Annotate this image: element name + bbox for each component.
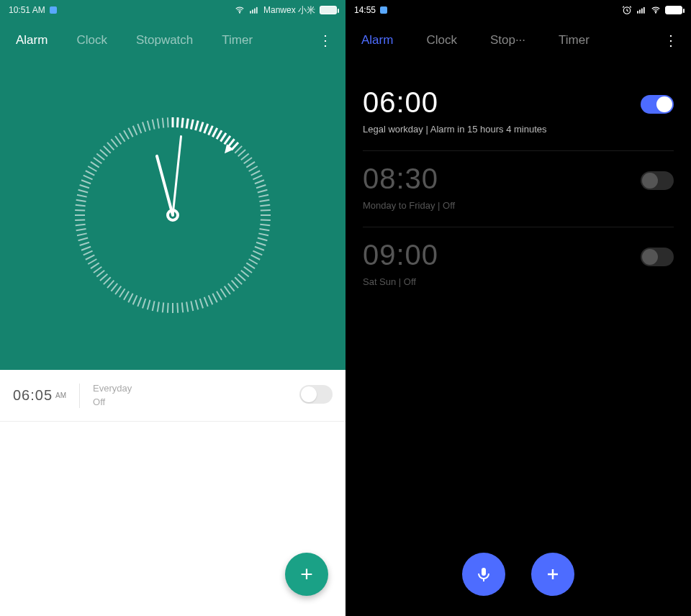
- svg-line-93: [96, 153, 104, 160]
- svg-line-124: [232, 142, 238, 150]
- more-icon[interactable]: ⋮: [315, 34, 335, 47]
- svg-line-119: [212, 128, 217, 137]
- svg-line-35: [235, 277, 242, 284]
- svg-line-54: [153, 301, 155, 311]
- svg-line-104: [143, 122, 145, 132]
- svg-line-58: [133, 295, 137, 304]
- svg-line-92: [94, 158, 101, 163]
- svg-line-102: [133, 126, 137, 135]
- add-alarm-button[interactable]: [531, 553, 574, 596]
- svg-line-33: [241, 271, 249, 277]
- alarm-toggle[interactable]: [641, 171, 674, 193]
- tab-stopwatch[interactable]: Stop···: [490, 33, 525, 47]
- svg-line-34: [238, 274, 245, 281]
- svg-line-32: [244, 267, 252, 273]
- alarm-toggle[interactable]: [641, 95, 674, 117]
- alarm-list: 06:00 Legal workday | Alarm in 15 hours …: [346, 60, 691, 616]
- battery-icon: [320, 6, 337, 14]
- tab-alarm[interactable]: Alarm: [361, 33, 393, 47]
- tab-clock[interactable]: Clock: [426, 33, 457, 47]
- alarm-time: 06:00: [363, 88, 641, 117]
- tab-alarm[interactable]: Alarm: [16, 33, 48, 47]
- tab-timer[interactable]: Timer: [559, 33, 590, 47]
- alarm-meta: Everyday Off: [93, 382, 132, 408]
- statusbar-indicator-icon: [50, 6, 57, 14]
- svg-line-56: [143, 299, 145, 308]
- svg-rect-4: [256, 7, 258, 14]
- tab-timer[interactable]: Timer: [222, 33, 253, 47]
- alarm-row[interactable]: 09:00 Sat Sun | Off: [363, 227, 674, 303]
- voice-button[interactable]: [462, 553, 505, 596]
- svg-line-118: [209, 126, 213, 135]
- tab-clock[interactable]: Clock: [76, 33, 107, 47]
- svg-line-36: [232, 281, 238, 288]
- alarm-toggle[interactable]: [299, 385, 333, 407]
- svg-line-43: [204, 297, 208, 307]
- svg-line-99: [119, 133, 125, 142]
- svg-line-70: [88, 259, 96, 264]
- alarm-time: 09:00: [363, 240, 641, 269]
- statusbar-right-cluster: Manwex 小米: [235, 4, 337, 17]
- svg-line-27: [255, 247, 264, 250]
- svg-line-7: [241, 153, 249, 160]
- phone-light: 10:51 AM Manwex 小米 Alarm Clock Stopwatch…: [0, 0, 346, 616]
- svg-line-69: [91, 263, 99, 268]
- alarm-toggle[interactable]: [641, 248, 674, 269]
- svg-line-24: [258, 233, 268, 235]
- alarm-description: Monday to Friday | Off: [363, 200, 641, 211]
- svg-line-121: [220, 133, 226, 142]
- alarm-icon: [622, 5, 632, 15]
- alarm-time: 06:05: [13, 387, 53, 404]
- svg-line-47: [186, 302, 188, 312]
- svg-line-88: [83, 176, 93, 180]
- svg-marker-125: [221, 144, 233, 156]
- svg-line-17: [259, 200, 269, 201]
- svg-line-120: [217, 130, 222, 139]
- svg-line-41: [212, 294, 217, 302]
- svg-line-82: [76, 205, 86, 206]
- signal-icon: [249, 5, 259, 15]
- svg-line-117: [204, 124, 208, 133]
- svg-line-109: [168, 117, 168, 127]
- svg-line-126: [157, 156, 173, 215]
- svg-line-73: [81, 247, 91, 250]
- svg-line-97: [111, 139, 117, 147]
- statusbar-time: 14:55: [354, 5, 376, 15]
- svg-line-83: [76, 200, 86, 201]
- svg-line-127: [173, 137, 181, 215]
- svg-line-51: [168, 303, 168, 313]
- tab-stopwatch[interactable]: Stopwatch: [136, 33, 193, 47]
- svg-line-29: [251, 255, 260, 259]
- alarm-repeat: Everyday: [93, 382, 132, 395]
- svg-line-44: [200, 299, 203, 308]
- svg-line-67: [96, 271, 104, 277]
- svg-line-66: [100, 274, 107, 281]
- svg-line-31: [246, 263, 255, 268]
- svg-line-52: [163, 302, 163, 312]
- svg-line-38: [225, 286, 230, 294]
- add-alarm-button[interactable]: +: [285, 553, 328, 596]
- svg-line-108: [163, 118, 163, 128]
- svg-line-55: [148, 300, 150, 310]
- svg-line-19: [261, 210, 271, 211]
- svg-line-71: [86, 255, 94, 259]
- svg-line-40: [217, 291, 222, 300]
- svg-line-115: [196, 121, 199, 131]
- alarm-row[interactable]: 06:05 AM Everyday Off: [0, 370, 346, 422]
- alarm-row[interactable]: 08:30 Monday to Friday | Off: [363, 151, 674, 227]
- svg-line-42: [209, 295, 213, 304]
- svg-line-105: [148, 121, 150, 131]
- svg-line-57: [137, 297, 141, 307]
- alarm-row[interactable]: 06:00 Legal workday | Alarm in 15 hours …: [363, 75, 674, 151]
- more-icon[interactable]: ⋮: [661, 34, 681, 47]
- svg-line-91: [91, 162, 99, 168]
- svg-line-122: [225, 136, 230, 144]
- svg-line-100: [124, 130, 129, 139]
- svg-line-76: [77, 233, 87, 235]
- alarm-time: 08:30: [363, 164, 641, 193]
- svg-line-111: [177, 117, 178, 127]
- svg-line-72: [83, 251, 93, 255]
- svg-line-59: [128, 294, 132, 302]
- svg-line-53: [158, 302, 159, 312]
- svg-line-46: [191, 301, 193, 311]
